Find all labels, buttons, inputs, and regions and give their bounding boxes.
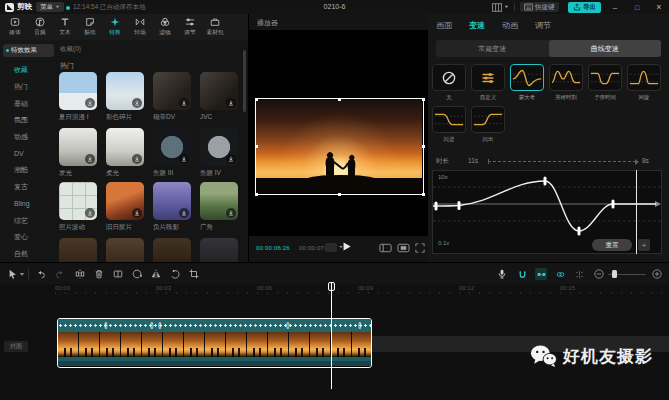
curve-preset[interactable]: 自定义 <box>471 64 505 102</box>
sidebar-category[interactable]: 动感 <box>0 129 55 146</box>
download-icon[interactable] <box>85 208 95 218</box>
add-point-button[interactable]: + <box>638 239 650 251</box>
sidebar-category[interactable]: Bling <box>0 196 55 213</box>
sidebar-category[interactable]: 爱心 <box>0 229 55 246</box>
download-icon[interactable] <box>179 208 189 218</box>
crop-icon[interactable] <box>189 269 199 279</box>
video-preview[interactable] <box>256 99 422 193</box>
sidebar-category[interactable]: 氛围 <box>0 112 55 129</box>
layout-switch-button[interactable] <box>492 2 512 12</box>
download-icon[interactable] <box>85 154 95 164</box>
close-button[interactable]: × <box>652 0 666 14</box>
maximize-button[interactable]: □ <box>630 0 644 14</box>
inspector-tab[interactable]: 调节 <box>535 20 551 31</box>
fit-ratio-button[interactable] <box>397 243 410 253</box>
shortcut-button[interactable]: 快捷键 <box>520 2 559 12</box>
effect-thumbnail[interactable] <box>153 238 191 262</box>
video-clip[interactable]: () () () () () <box>57 318 372 368</box>
effect-thumbnail[interactable] <box>200 238 238 262</box>
effect-thumbnail[interactable]: 鱼眼 III <box>153 128 191 178</box>
effect-thumbnail[interactable] <box>59 238 97 262</box>
curve-playhead[interactable] <box>636 170 637 254</box>
effect-thumbnail[interactable]: 旧日胶片 <box>106 182 144 232</box>
freeze-frame-icon[interactable] <box>113 269 123 279</box>
effect-thumbnail[interactable]: 鱼眼 IV <box>200 128 238 178</box>
toolbar-tab[interactable]: 素材包 <box>202 14 227 40</box>
sidebar-category[interactable]: 潮酷 <box>0 162 55 179</box>
play-button[interactable] <box>341 241 352 252</box>
curve-preset[interactable]: 蒙太奇 <box>510 64 544 102</box>
toolbar-tab[interactable]: 媒体 <box>2 14 27 40</box>
toolbar-tab[interactable]: 转场 <box>127 14 152 40</box>
zoom-in-icon[interactable] <box>652 269 662 279</box>
cover-button[interactable]: 封面 <box>4 341 28 352</box>
sidebar-category[interactable]: 复古 <box>0 179 55 196</box>
curve-preset[interactable]: 无 <box>432 64 466 102</box>
download-icon[interactable] <box>226 154 236 164</box>
curve-preset[interactable]: 闪出 <box>471 106 505 144</box>
toolbar-tab[interactable]: 贴纸 <box>77 14 102 40</box>
minimize-button[interactable]: – <box>608 0 622 14</box>
sidebar-category[interactable]: 收藏 <box>0 62 55 79</box>
effect-thumbnail[interactable]: JVC <box>200 72 238 120</box>
sidebar-category[interactable]: 综艺 <box>0 212 55 229</box>
download-icon[interactable] <box>226 208 236 218</box>
zoom-out-icon[interactable] <box>594 269 604 279</box>
export-button[interactable]: 导出 <box>568 2 601 13</box>
download-icon[interactable] <box>132 154 142 164</box>
preview-axis-toggle[interactable] <box>573 268 585 280</box>
record-voice-icon[interactable] <box>497 269 507 279</box>
speed-mode-option[interactable]: 常规变速 <box>436 40 549 57</box>
rotate-icon[interactable] <box>170 269 180 279</box>
effect-thumbnail[interactable]: 磁带DV <box>153 72 191 122</box>
select-tool-caret-icon[interactable] <box>19 272 25 277</box>
sidebar-category[interactable]: 基础 <box>0 95 55 112</box>
auto-snap-toggle[interactable] <box>535 268 547 280</box>
speed-mode-option[interactable]: 曲线变速 <box>549 40 662 57</box>
curve-preset[interactable]: 闪进 <box>432 106 466 144</box>
toolbar-tab[interactable]: 调节 <box>177 14 202 40</box>
effect-thumbnail[interactable]: 照片滚动 <box>59 182 97 232</box>
delete-icon[interactable] <box>94 269 104 279</box>
download-icon[interactable] <box>179 154 189 164</box>
reverse-icon[interactable] <box>132 269 142 279</box>
undo-icon[interactable] <box>36 269 46 279</box>
original-ratio-button[interactable] <box>379 243 392 253</box>
toolbar-tab[interactable]: 滤镜 <box>152 14 177 40</box>
sidebar-category[interactable]: 热门 <box>0 79 55 96</box>
redo-icon[interactable] <box>55 269 65 279</box>
toolbar-tab[interactable]: 特效 <box>102 14 127 40</box>
sidebar-header[interactable]: 特效效果 <box>3 44 54 57</box>
sidebar-category[interactable]: DV <box>0 145 55 162</box>
download-icon[interactable] <box>132 98 142 108</box>
timeline-zoom-knob[interactable] <box>612 270 617 278</box>
effect-thumbnail[interactable]: 夏日浪漫 I <box>59 72 97 122</box>
curve-preset[interactable]: 英雄时刻 <box>549 64 583 102</box>
inspector-tab[interactable]: 动画 <box>502 20 518 31</box>
sidebar-category[interactable]: 自然 <box>0 246 55 263</box>
magnet-toggle[interactable] <box>516 268 528 280</box>
toolbar-tab[interactable]: 文本 <box>52 14 77 40</box>
inspector-tab[interactable]: 变速 <box>469 20 485 31</box>
toolbar-tab[interactable]: 音频 <box>27 14 52 40</box>
split-icon[interactable] <box>75 269 85 279</box>
download-icon[interactable] <box>226 98 236 108</box>
select-tool-icon[interactable] <box>8 269 18 279</box>
link-toggle[interactable] <box>554 268 566 280</box>
download-icon[interactable] <box>85 98 95 108</box>
curve-preset[interactable]: 子弹时间 <box>588 64 622 102</box>
effect-thumbnail[interactable]: 负片残影 <box>153 182 191 232</box>
effect-thumbnail[interactable] <box>106 238 144 262</box>
reset-button[interactable]: 重置 <box>592 239 632 251</box>
effects-scrollbar[interactable] <box>243 50 246 112</box>
fullscreen-icon[interactable] <box>415 243 425 253</box>
effect-thumbnail[interactable]: 柔光 <box>106 128 144 178</box>
effect-thumbnail[interactable]: 广角 <box>200 182 238 232</box>
download-icon[interactable] <box>179 98 189 108</box>
inspector-tab[interactable]: 画面 <box>436 20 452 31</box>
effect-thumbnail[interactable]: 彩色碎片 <box>106 72 144 122</box>
effect-thumbnail[interactable]: 发光 <box>59 128 97 178</box>
preview-quality-dropdown[interactable] <box>325 243 337 252</box>
curve-preset[interactable]: 回旋 <box>627 64 661 102</box>
download-icon[interactable] <box>132 208 142 218</box>
